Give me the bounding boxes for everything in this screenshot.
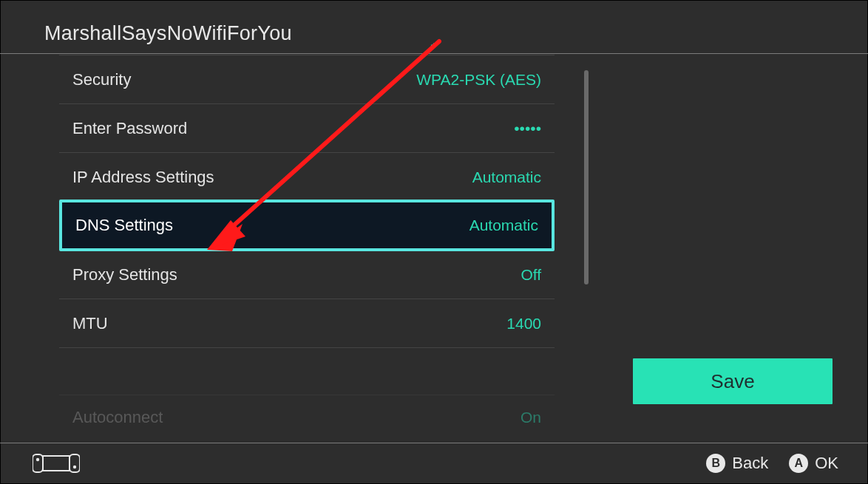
row-autoconnect-value: On <box>521 409 541 425</box>
settings-list: SSID MarshallSaysNoWifiForYou Security W… <box>59 43 555 424</box>
save-button[interactable]: Save <box>633 358 833 404</box>
hint-back[interactable]: B Back <box>706 454 768 473</box>
hint-back-label: Back <box>732 454 768 473</box>
row-ssid[interactable]: SSID MarshallSaysNoWifiForYou <box>59 43 555 55</box>
controller-icon <box>33 453 80 474</box>
row-security-value: WPA2-PSK (AES) <box>416 71 541 89</box>
row-security[interactable]: Security WPA2-PSK (AES) <box>59 55 555 103</box>
row-mtu-value: 1400 <box>506 315 541 333</box>
row-password[interactable]: Enter Password ••••• <box>59 103 555 152</box>
row-ip-value: Automatic <box>472 168 541 186</box>
row-password-label: Enter Password <box>72 119 187 138</box>
row-proxy-label: Proxy Settings <box>72 265 177 284</box>
footer-bar: B Back A OK <box>0 443 868 484</box>
svg-point-6 <box>36 458 39 461</box>
svg-rect-4 <box>69 454 80 472</box>
row-autoconnect-label: Autoconnect <box>72 408 163 425</box>
row-ip-settings[interactable]: IP Address Settings Automatic <box>59 152 555 201</box>
b-button-icon: B <box>706 454 725 473</box>
row-dns-label: DNS Settings <box>75 216 173 235</box>
row-dns-value: Automatic <box>469 217 538 234</box>
row-security-label: Security <box>72 70 131 89</box>
row-ip-label: IP Address Settings <box>72 168 214 187</box>
row-password-value: ••••• <box>514 120 541 137</box>
page-title: MarshallSaysNoWifiForYou <box>44 22 292 45</box>
row-dns-settings[interactable]: DNS Settings Automatic <box>59 200 555 251</box>
row-spacer <box>59 347 555 395</box>
row-ssid-label: SSID <box>72 43 110 47</box>
row-proxy-value: Off <box>521 266 541 284</box>
row-proxy-settings[interactable]: Proxy Settings Off <box>59 250 555 299</box>
row-mtu-label: MTU <box>72 314 108 333</box>
svg-point-7 <box>73 466 76 468</box>
svg-rect-5 <box>43 456 69 471</box>
row-ssid-value: MarshallSaysNoWifiForYou <box>353 43 541 47</box>
row-autoconnect[interactable]: Autoconnect On <box>59 395 555 424</box>
hint-ok-label: OK <box>815 454 838 473</box>
a-button-icon: A <box>789 454 808 473</box>
footer-hints: B Back A OK <box>706 443 838 484</box>
hint-ok[interactable]: A OK <box>789 454 838 473</box>
svg-rect-3 <box>33 454 43 472</box>
scrollbar-thumb[interactable] <box>584 70 589 284</box>
row-mtu[interactable]: MTU 1400 <box>59 299 555 347</box>
